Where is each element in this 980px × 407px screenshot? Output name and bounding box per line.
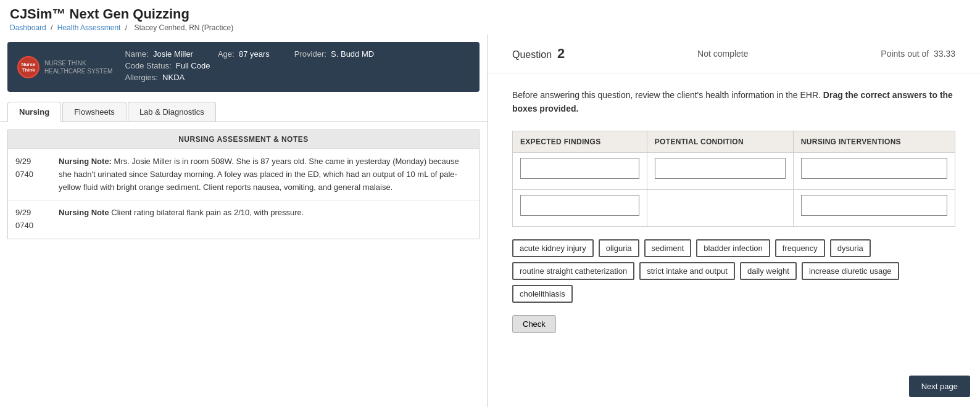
patient-provider: Provider: S. Budd MD: [294, 49, 374, 59]
patient-age: Age: 87 years: [218, 49, 270, 59]
question-number: Question 2: [512, 46, 565, 62]
breadcrumb-dashboard[interactable]: Dashboard: [10, 23, 46, 32]
question-status: Not complete: [697, 49, 748, 59]
patient-header: Nurse Think NURSE THINKHEALTHCARE SYSTEM…: [7, 42, 480, 92]
drop-row-2: [513, 189, 955, 226]
note-date-1: 9/29 0740: [8, 149, 51, 200]
drop-cell-pc-2: [647, 189, 793, 226]
drop-box-pc-1[interactable]: [655, 158, 786, 179]
patient-code-status: Code Status: Full Code: [125, 61, 210, 70]
drag-items-container: acute kidney injury oliguria sediment bl…: [512, 239, 955, 303]
drop-box-ef-1[interactable]: [520, 158, 639, 179]
drop-table: EXPECTED FINDINGS POTENTIAL CONDITION NU…: [512, 131, 955, 227]
table-row: 9/29 0740 Nursing Note Client rating bil…: [8, 200, 479, 239]
table-row: 9/29 0740 Nursing Note: Mrs. Josie Mille…: [8, 149, 479, 200]
patient-info: Name: Josie Miller Age: 87 years Provide…: [125, 49, 470, 84]
col-nursing-interventions: NURSING INTERVENTIONS: [793, 131, 955, 152]
right-panel-wrapper: Question 2 Not complete Points out of 33…: [488, 35, 980, 407]
breadcrumb-sep1: /: [51, 23, 55, 32]
drag-item-5[interactable]: dysuria: [830, 239, 871, 257]
drop-row-1: [513, 152, 955, 189]
drag-item-4[interactable]: frequency: [775, 239, 825, 257]
col-potential-condition: POTENTIAL CONDITION: [647, 131, 793, 152]
drop-cell-pc-1: [647, 152, 793, 189]
breadcrumb: Dashboard / Health Assessment / Stacey C…: [10, 23, 970, 32]
nursing-section-header: NURSING ASSESSMENT & NOTES: [7, 130, 480, 149]
next-page-button[interactable]: Next page: [909, 376, 970, 397]
question-body: Before answering this question, review t…: [488, 73, 980, 407]
drag-item-3[interactable]: bladder infection: [696, 239, 770, 257]
drag-item-9[interactable]: increase diuretic usage: [802, 262, 899, 280]
drop-box-ef-2[interactable]: [520, 195, 639, 216]
drop-cell-ef-2: [513, 189, 647, 226]
patient-name: Name: Josie Miller: [125, 49, 193, 59]
left-panel: Nurse Think NURSE THINKHEALTHCARE SYSTEM…: [0, 35, 488, 407]
page-title: CJSim™ Next Gen Quizzing: [10, 6, 970, 22]
drag-item-1[interactable]: oliguria: [599, 239, 639, 257]
page-header: CJSim™ Next Gen Quizzing Dashboard / Hea…: [0, 0, 980, 35]
drop-cell-ni-1: [793, 152, 955, 189]
breadcrumb-health-assessment[interactable]: Health Assessment: [57, 23, 121, 32]
note-date-2: 9/29 0740: [8, 200, 51, 239]
right-panel: Question 2 Not complete Points out of 33…: [488, 35, 980, 407]
logo-text: NURSE THINKHEALTHCARE SYSTEM: [44, 59, 112, 75]
drag-item-0[interactable]: acute kidney injury: [512, 239, 594, 257]
question-header: Question 2 Not complete Points out of 33…: [488, 35, 980, 73]
question-instructions: Before answering this question, review t…: [512, 88, 955, 116]
question-points: Points out of 33.33: [881, 49, 955, 59]
tab-lab-diagnostics[interactable]: Lab & Diagnostics: [128, 102, 216, 121]
logo-icon: Nurse Think: [17, 56, 39, 78]
nurse-think-logo: Nurse Think NURSE THINKHEALTHCARE SYSTEM: [17, 56, 112, 78]
note-content-1: Nursing Note: Mrs. Josie Miller is in ro…: [51, 149, 479, 200]
notes-table: 9/29 0740 Nursing Note: Mrs. Josie Mille…: [7, 149, 480, 239]
check-button[interactable]: Check: [512, 315, 556, 333]
patient-allergies: Allergies: NKDA: [125, 73, 185, 82]
breadcrumb-sep2: /: [125, 23, 130, 32]
breadcrumb-user: Stacey Cenhed, RN (Practice): [134, 23, 233, 32]
tab-nursing[interactable]: Nursing: [7, 102, 61, 122]
tabs-container: Nursing Flowsheets Lab & Diagnostics: [0, 102, 487, 122]
drag-item-2[interactable]: sediment: [644, 239, 692, 257]
nursing-content: NURSING ASSESSMENT & NOTES 9/29 0740 Nur…: [0, 122, 487, 407]
tab-flowsheets[interactable]: Flowsheets: [62, 102, 127, 121]
drop-box-ni-2[interactable]: [801, 195, 947, 216]
drop-cell-ni-2: [793, 189, 955, 226]
note-content-2: Nursing Note Client rating bilateral fla…: [51, 200, 479, 239]
drag-item-10[interactable]: cholelithiasis: [512, 285, 573, 303]
drag-item-6[interactable]: routine straight catheterization: [512, 262, 634, 280]
drop-box-ni-1[interactable]: [801, 158, 947, 179]
drag-item-7[interactable]: strict intake and output: [639, 262, 735, 280]
col-expected-findings: EXPECTED FINDINGS: [513, 131, 647, 152]
drag-item-8[interactable]: daily weight: [740, 262, 797, 280]
drop-cell-ef-1: [513, 152, 647, 189]
